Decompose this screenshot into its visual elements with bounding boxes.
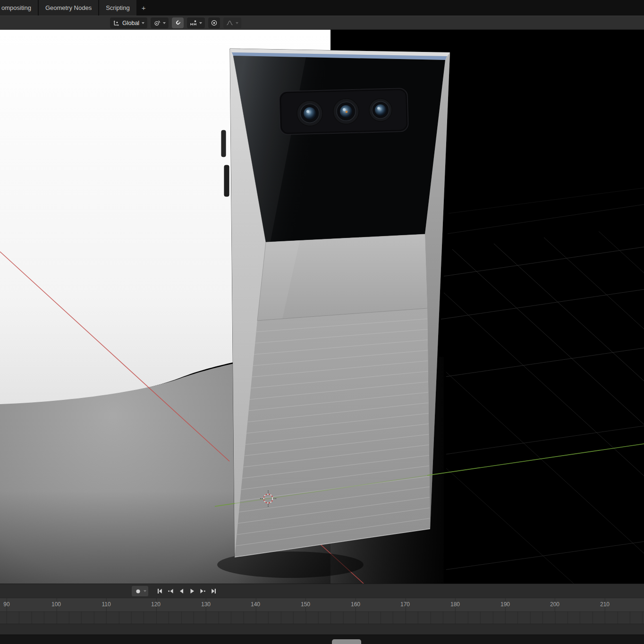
ruler-frame-label: 110 bbox=[102, 601, 110, 608]
ruler-frame-label: 160 bbox=[351, 601, 360, 608]
ruler-frame-label: 90 bbox=[3, 601, 9, 608]
magnet-icon bbox=[174, 19, 181, 26]
timeline-editor: 90 100 110 120 130 140 150 160 170 180 1… bbox=[0, 584, 644, 644]
auto-key-dropdown-icon[interactable] bbox=[144, 590, 146, 592]
transform-orientation-label: Global bbox=[122, 20, 139, 26]
snap-settings-dropdown[interactable] bbox=[187, 17, 205, 28]
playback-controls bbox=[132, 586, 219, 596]
ruler-frame-label: 190 bbox=[500, 601, 510, 608]
camera-lens bbox=[333, 98, 359, 124]
play-button[interactable] bbox=[187, 586, 197, 596]
auto-key-record-icon[interactable] bbox=[134, 586, 142, 596]
phone-object[interactable] bbox=[221, 49, 450, 557]
chevron-down-icon bbox=[236, 22, 238, 24]
jump-to-end-button[interactable] bbox=[209, 586, 219, 596]
transport-buttons bbox=[154, 586, 219, 596]
ruler-frame-label: 180 bbox=[450, 601, 460, 608]
orientation-gizmo-icon bbox=[113, 19, 120, 26]
chevron-down-icon bbox=[142, 22, 144, 24]
workspace-tab-geometry-nodes[interactable]: Geometry Nodes bbox=[39, 0, 98, 16]
next-keyframe-button[interactable] bbox=[198, 586, 208, 596]
transform-orientation-dropdown[interactable]: Global bbox=[110, 17, 147, 28]
3d-viewport[interactable] bbox=[0, 30, 644, 584]
jump-to-start-button[interactable] bbox=[154, 586, 165, 596]
ruler-frame-label: 140 bbox=[251, 601, 260, 608]
camera-lens bbox=[369, 98, 392, 121]
ruler-frame-label: 200 bbox=[550, 601, 559, 608]
ruler-frame-label: 210 bbox=[600, 601, 610, 608]
timeline-header bbox=[0, 584, 644, 598]
ruler-frame-label: 120 bbox=[151, 601, 161, 608]
timeline-scrollbar-handle[interactable] bbox=[332, 639, 361, 644]
pivot-point-dropdown[interactable] bbox=[151, 17, 169, 28]
camera-module bbox=[279, 88, 408, 135]
timeline-summary-strip bbox=[0, 624, 644, 635]
status-bar bbox=[0, 635, 644, 644]
previous-keyframe-button[interactable] bbox=[165, 586, 176, 596]
viewport-header: Global bbox=[0, 16, 644, 30]
phone-side-button bbox=[224, 165, 229, 196]
timeline-track-area[interactable] bbox=[0, 611, 644, 624]
falloff-curve-icon bbox=[226, 19, 233, 26]
ruler-frame-label: 170 bbox=[400, 601, 410, 608]
play-reverse-button[interactable] bbox=[176, 586, 186, 596]
pivot-point-icon bbox=[153, 19, 161, 26]
ruler-frame-label: 150 bbox=[301, 601, 310, 608]
add-workspace-button[interactable]: + bbox=[137, 0, 150, 16]
workspace-tab-compositing[interactable]: ompositing bbox=[0, 0, 38, 16]
auto-key-button-group[interactable] bbox=[132, 586, 148, 596]
chevron-down-icon bbox=[163, 22, 166, 24]
proportional-editing-icon bbox=[211, 19, 218, 26]
proportional-falloff-dropdown[interactable] bbox=[223, 17, 241, 28]
ruler-frame-label: 100 bbox=[51, 601, 61, 608]
timeline-ruler[interactable]: 90 100 110 120 130 140 150 160 170 180 1… bbox=[0, 598, 644, 611]
chevron-down-icon bbox=[199, 22, 202, 24]
snap-toggle-button[interactable] bbox=[172, 17, 184, 28]
blender-window: ompositing Geometry Nodes Scripting + Gl… bbox=[0, 0, 644, 644]
snap-increment-icon bbox=[190, 19, 197, 26]
ruler-frame-label: 130 bbox=[201, 601, 211, 608]
proportional-editing-toggle[interactable] bbox=[208, 17, 220, 28]
workspace-tab-scripting[interactable]: Scripting bbox=[99, 0, 136, 16]
camera-lens bbox=[297, 100, 322, 126]
workspace-tab-bar: ompositing Geometry Nodes Scripting + bbox=[0, 0, 644, 16]
phone-side-button bbox=[221, 130, 226, 157]
